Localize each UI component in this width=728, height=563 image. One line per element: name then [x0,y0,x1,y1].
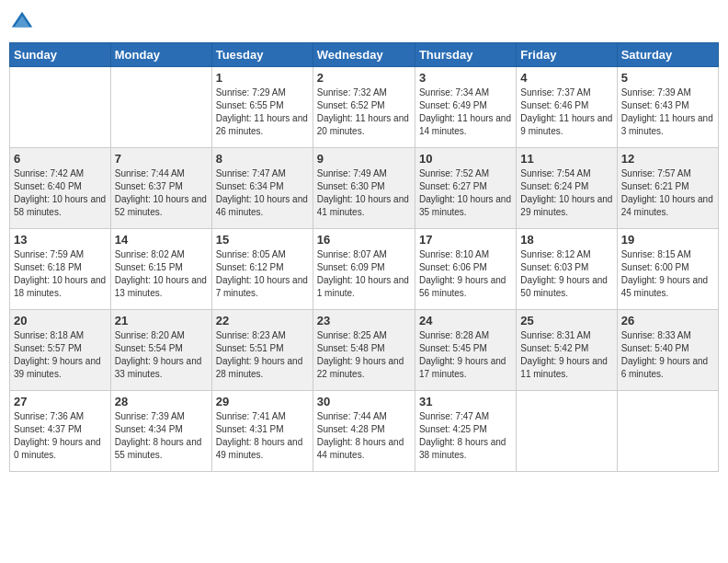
day-info: Sunrise: 7:49 AM Sunset: 6:30 PM Dayligh… [317,167,411,219]
day-number: 21 [115,314,208,327]
day-number: 29 [216,395,309,408]
day-info: Sunrise: 7:42 AM Sunset: 6:40 PM Dayligh… [14,167,107,219]
calendar-cell: 8Sunrise: 7:47 AM Sunset: 6:34 PM Daylig… [211,148,313,229]
calendar-cell: 14Sunrise: 8:02 AM Sunset: 6:15 PM Dayli… [110,229,211,310]
day-number: 4 [520,71,612,85]
calendar-week-row: 27Sunrise: 7:36 AM Sunset: 4:37 PM Dayli… [10,391,719,472]
day-info: Sunrise: 7:34 AM Sunset: 6:49 PM Dayligh… [419,86,512,138]
day-info: Sunrise: 8:31 AM Sunset: 5:42 PM Dayligh… [520,329,612,381]
calendar-cell: 22Sunrise: 8:23 AM Sunset: 5:51 PM Dayli… [211,310,313,391]
day-number: 7 [115,152,208,166]
weekday-header-monday: Monday [110,43,211,67]
calendar-cell: 24Sunrise: 8:28 AM Sunset: 5:45 PM Dayli… [415,310,516,391]
day-number: 1 [216,71,309,85]
calendar-week-row: 1Sunrise: 7:29 AM Sunset: 6:55 PM Daylig… [10,67,719,148]
calendar-cell: 25Sunrise: 8:31 AM Sunset: 5:42 PM Dayli… [517,310,617,391]
calendar-week-row: 6Sunrise: 7:42 AM Sunset: 6:40 PM Daylig… [10,148,719,229]
day-number: 10 [419,152,512,166]
calendar-cell: 1Sunrise: 7:29 AM Sunset: 6:55 PM Daylig… [211,67,313,148]
day-info: Sunrise: 7:44 AM Sunset: 6:37 PM Dayligh… [115,167,208,219]
day-info: Sunrise: 7:37 AM Sunset: 6:46 PM Dayligh… [520,86,612,138]
day-info: Sunrise: 8:18 AM Sunset: 5:57 PM Dayligh… [14,329,107,381]
calendar-cell: 10Sunrise: 7:52 AM Sunset: 6:27 PM Dayli… [415,148,516,229]
day-info: Sunrise: 8:02 AM Sunset: 6:15 PM Dayligh… [115,248,208,300]
calendar-cell: 23Sunrise: 8:25 AM Sunset: 5:48 PM Dayli… [313,310,415,391]
calendar-cell: 18Sunrise: 8:12 AM Sunset: 6:03 PM Dayli… [517,229,617,310]
calendar-cell: 28Sunrise: 7:39 AM Sunset: 4:34 PM Dayli… [110,391,211,472]
calendar-cell: 6Sunrise: 7:42 AM Sunset: 6:40 PM Daylig… [10,148,111,229]
weekday-header-wednesday: Wednesday [313,43,415,67]
day-info: Sunrise: 7:41 AM Sunset: 4:31 PM Dayligh… [216,410,309,462]
calendar-cell [10,67,111,148]
day-info: Sunrise: 7:54 AM Sunset: 6:24 PM Dayligh… [520,167,612,219]
day-info: Sunrise: 7:44 AM Sunset: 4:28 PM Dayligh… [317,410,411,462]
day-number: 9 [317,152,411,166]
day-number: 27 [14,395,107,408]
day-info: Sunrise: 7:47 AM Sunset: 6:34 PM Dayligh… [216,167,309,219]
calendar-cell: 29Sunrise: 7:41 AM Sunset: 4:31 PM Dayli… [211,391,313,472]
day-info: Sunrise: 7:47 AM Sunset: 4:25 PM Dayligh… [419,410,512,462]
day-info: Sunrise: 8:10 AM Sunset: 6:06 PM Dayligh… [419,248,512,300]
day-info: Sunrise: 8:12 AM Sunset: 6:03 PM Dayligh… [520,248,612,300]
day-number: 22 [216,314,309,327]
calendar-cell [617,391,718,472]
day-number: 3 [419,71,512,85]
calendar-cell: 16Sunrise: 8:07 AM Sunset: 6:09 PM Dayli… [313,229,415,310]
day-number: 8 [216,152,309,166]
day-number: 5 [621,71,714,85]
calendar-cell [517,391,617,472]
weekday-header-row: SundayMondayTuesdayWednesdayThursdayFrid… [10,43,719,67]
day-number: 24 [419,314,512,327]
day-number: 2 [317,71,411,85]
day-info: Sunrise: 8:20 AM Sunset: 5:54 PM Dayligh… [115,329,208,381]
day-number: 18 [520,233,612,247]
day-info: Sunrise: 7:39 AM Sunset: 6:43 PM Dayligh… [621,86,714,138]
day-info: Sunrise: 7:59 AM Sunset: 6:18 PM Dayligh… [14,248,107,300]
day-number: 20 [14,314,107,327]
calendar-cell: 2Sunrise: 7:32 AM Sunset: 6:52 PM Daylig… [313,67,415,148]
calendar-cell: 11Sunrise: 7:54 AM Sunset: 6:24 PM Dayli… [517,148,617,229]
calendar-cell: 5Sunrise: 7:39 AM Sunset: 6:43 PM Daylig… [617,67,718,148]
day-info: Sunrise: 8:15 AM Sunset: 6:00 PM Dayligh… [621,248,714,300]
day-number: 28 [115,395,208,408]
day-info: Sunrise: 7:39 AM Sunset: 4:34 PM Dayligh… [115,410,208,462]
day-info: Sunrise: 8:33 AM Sunset: 5:40 PM Dayligh… [621,329,714,381]
calendar-cell: 20Sunrise: 8:18 AM Sunset: 5:57 PM Dayli… [10,310,111,391]
day-info: Sunrise: 7:52 AM Sunset: 6:27 PM Dayligh… [419,167,512,219]
day-number: 19 [621,233,714,247]
weekday-header-saturday: Saturday [617,43,718,67]
calendar-cell: 31Sunrise: 7:47 AM Sunset: 4:25 PM Dayli… [415,391,516,472]
calendar-table: SundayMondayTuesdayWednesdayThursdayFrid… [9,42,719,472]
logo-icon [9,9,35,35]
day-info: Sunrise: 8:25 AM Sunset: 5:48 PM Dayligh… [317,329,411,381]
logo [9,9,39,35]
calendar-cell: 12Sunrise: 7:57 AM Sunset: 6:21 PM Dayli… [617,148,718,229]
calendar-cell: 7Sunrise: 7:44 AM Sunset: 6:37 PM Daylig… [110,148,211,229]
calendar-cell: 19Sunrise: 8:15 AM Sunset: 6:00 PM Dayli… [617,229,718,310]
day-number: 15 [216,233,309,247]
calendar-cell: 3Sunrise: 7:34 AM Sunset: 6:49 PM Daylig… [415,67,516,148]
day-number: 13 [14,233,107,247]
day-number: 16 [317,233,411,247]
day-number: 17 [419,233,512,247]
day-number: 12 [621,152,714,166]
weekday-header-friday: Friday [517,43,617,67]
calendar-cell: 13Sunrise: 7:59 AM Sunset: 6:18 PM Dayli… [10,229,111,310]
calendar-cell: 9Sunrise: 7:49 AM Sunset: 6:30 PM Daylig… [313,148,415,229]
day-number: 11 [520,152,612,166]
day-number: 25 [520,314,612,327]
day-number: 31 [419,395,512,408]
weekday-header-tuesday: Tuesday [211,43,313,67]
day-info: Sunrise: 7:29 AM Sunset: 6:55 PM Dayligh… [216,86,309,138]
day-info: Sunrise: 8:28 AM Sunset: 5:45 PM Dayligh… [419,329,512,381]
weekday-header-thursday: Thursday [415,43,516,67]
day-number: 30 [317,395,411,408]
calendar-cell [110,67,211,148]
calendar-cell: 4Sunrise: 7:37 AM Sunset: 6:46 PM Daylig… [517,67,617,148]
weekday-header-sunday: Sunday [10,43,111,67]
day-info: Sunrise: 8:05 AM Sunset: 6:12 PM Dayligh… [216,248,309,300]
day-number: 23 [317,314,411,327]
day-number: 6 [14,152,107,166]
calendar-cell: 15Sunrise: 8:05 AM Sunset: 6:12 PM Dayli… [211,229,313,310]
day-number: 26 [621,314,714,327]
